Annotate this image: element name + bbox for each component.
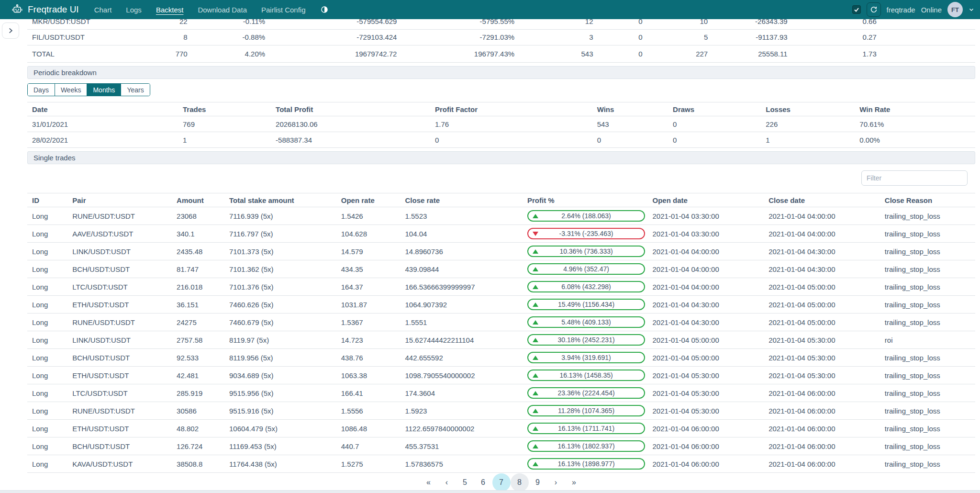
periodic-table-body: 31/01/202176920268130.061.76543022670.61… xyxy=(27,116,975,148)
trade-direction: Long xyxy=(27,367,67,384)
period-tabs: DaysWeeksMonthsYears xyxy=(27,83,150,96)
cell-value: 769 xyxy=(178,116,271,132)
trade-row[interactable]: LongBCH/USDT:USDT92.5338119.956 (5x)438.… xyxy=(27,349,975,367)
trade-open-rate: 104.628 xyxy=(336,225,401,243)
period-tab-weeks[interactable]: Weeks xyxy=(55,84,88,96)
trade-row[interactable]: LongRUNE/USDT:USDT230687116.939 (5x)1.54… xyxy=(27,207,975,225)
cell-value: 5 xyxy=(647,29,713,45)
trade-open-date: 2021-01-04 06:00:00 xyxy=(648,455,764,473)
trade-amount: 340.1 xyxy=(172,225,224,243)
theme-toggle-icon[interactable] xyxy=(320,5,329,14)
profit-value: 23.36% (2224.454) xyxy=(557,389,614,397)
profit-badge: 16.13% (1802.937) xyxy=(527,440,645,452)
cell-value: 1 xyxy=(761,132,855,148)
cell-value: 227 xyxy=(647,45,713,62)
trade-open-date: 2021-01-04 04:30:00 xyxy=(648,314,764,331)
trade-close-rate: 1122.6597840000002 xyxy=(400,420,523,437)
pagination-next[interactable]: › xyxy=(547,473,565,492)
trades-table-body: LongRUNE/USDT:USDT230687116.939 (5x)1.54… xyxy=(27,207,975,473)
pagination-page-6[interactable]: 6 xyxy=(474,473,492,492)
trade-close-date: 2021-01-04 04:30:00 xyxy=(764,243,880,260)
profit-badge: 10.36% (736.333) xyxy=(527,246,645,257)
periodic-breakdown-header: Periodic breakdown xyxy=(27,66,975,79)
pairlist-row[interactable]: FIL/USDT:USDT8-0.88%-729103.424-7291.03%… xyxy=(27,29,975,45)
pagination-page-7[interactable]: 7 xyxy=(492,473,511,492)
pagination-last[interactable]: » xyxy=(565,473,583,492)
periodic-row[interactable]: 31/01/202176920268130.061.76543022670.61… xyxy=(27,116,975,132)
trade-row[interactable]: LongETH/USDT:USDT36.1517460.626 (5x)1031… xyxy=(27,296,975,314)
trade-close-reason: trailing_stop_loss xyxy=(880,437,975,455)
bot-status: Online xyxy=(921,6,942,14)
trade-direction: Long xyxy=(27,384,67,402)
trade-amount: 30586 xyxy=(172,402,224,420)
cell-value: 25558.11 xyxy=(713,45,792,62)
trade-direction: Long xyxy=(27,420,67,437)
cell-value: -5795.55% xyxy=(401,19,519,29)
nav-item-pairlist-config[interactable]: Pairlist Config xyxy=(261,6,306,14)
profit-value: 10.36% (736.333) xyxy=(559,247,612,255)
profit-up-icon xyxy=(533,285,538,289)
trade-row[interactable]: LongBCH/USDT:USDT81.7477101.362 (5x)434.… xyxy=(27,260,975,278)
pagination-prev[interactable]: ‹ xyxy=(438,473,456,492)
trade-close-rate: 1.5523 xyxy=(400,207,523,225)
trade-row[interactable]: LongLINK/USDT:USDT2435.487101.373 (5x)14… xyxy=(27,243,975,260)
nav-item-logs[interactable]: Logs xyxy=(126,6,142,14)
trade-row[interactable]: LongAAVE/USDT:USDT340.17116.797 (5x)104.… xyxy=(27,225,975,243)
cell-value: 1 xyxy=(178,132,271,148)
trade-row[interactable]: LongETH/USDT:USDT48.80210604.479 (5x)108… xyxy=(27,420,975,437)
trade-row[interactable]: LongKAVA/USDT:USDT38508.811764.438 (5x)1… xyxy=(27,455,975,473)
period-tab-months[interactable]: Months xyxy=(87,84,121,96)
trade-row[interactable]: LongLINK/USDT:USDT2757.588119.97 (5x)14.… xyxy=(27,331,975,349)
pagination-first[interactable]: « xyxy=(420,473,438,492)
period-tab-years[interactable]: Years xyxy=(121,84,149,96)
cell-value: -588387.34 xyxy=(271,132,430,148)
trade-open-date: 2021-01-04 03:30:00 xyxy=(648,225,764,243)
pagination-page-8[interactable]: 8 xyxy=(511,473,529,492)
trade-amount: 126.724 xyxy=(172,437,224,455)
periodic-row[interactable]: 28/02/20211-588387.3400010.00% xyxy=(27,132,975,148)
trade-profit-cell: 10.36% (736.333) xyxy=(523,243,647,260)
trade-amount: 216.018 xyxy=(172,278,224,296)
pagination-page-5[interactable]: 5 xyxy=(456,473,474,492)
trade-open-rate: 1063.38 xyxy=(336,367,401,384)
pairlist-row[interactable]: TOTAL7704.20%19679742.72196797.43%543022… xyxy=(27,45,975,62)
trades-col-close-reason: Close Reason xyxy=(880,193,975,207)
period-tab-days[interactable]: Days xyxy=(28,84,55,96)
avatar[interactable]: FT xyxy=(947,2,963,17)
nav-item-backtest[interactable]: Backtest xyxy=(156,6,184,14)
trade-row[interactable]: LongETH/USDT:USDT42.4819034.689 (5x)1063… xyxy=(27,367,975,384)
trade-pair: AAVE/USDT:USDT xyxy=(67,225,172,243)
trade-close-rate: 166.53666399999997 xyxy=(400,278,523,296)
trade-stake: 7116.797 (5x) xyxy=(224,225,336,243)
trade-open-date: 2021-01-04 04:00:00 xyxy=(648,243,764,260)
single-trades-header: Single trades xyxy=(27,151,975,164)
profit-up-icon xyxy=(533,267,538,271)
trade-close-date: 2021-01-04 05:00:00 xyxy=(764,296,880,314)
cell-value: 3 xyxy=(519,29,598,45)
filter-input[interactable] xyxy=(861,170,968,186)
trade-close-date: 2021-01-04 06:00:00 xyxy=(764,420,880,437)
trades-col-profit: Profit % xyxy=(523,193,647,207)
nav-item-download-data[interactable]: Download Data xyxy=(198,6,247,14)
autorefresh-checkbox[interactable] xyxy=(852,5,861,14)
trade-pair: ETH/USDT:USDT xyxy=(67,296,172,314)
trade-direction: Long xyxy=(27,349,67,367)
trade-profit-cell: 16.13% (1711.741) xyxy=(523,420,647,437)
chevron-down-icon[interactable] xyxy=(969,7,974,12)
trade-row[interactable]: LongBCH/USDT:USDT126.72411169.453 (5x)44… xyxy=(27,437,975,455)
trade-direction: Long xyxy=(27,296,67,314)
trade-row[interactable]: LongRUNE/USDT:USDT242757460.679 (5x)1.53… xyxy=(27,314,975,331)
pagination-page-9[interactable]: 9 xyxy=(529,473,547,492)
trade-row[interactable]: LongLTC/USDT:USDT216.0187101.376 (5x)164… xyxy=(27,278,975,296)
trade-amount: 48.802 xyxy=(172,420,224,437)
trade-stake: 7460.626 (5x) xyxy=(224,296,336,314)
trade-close-rate: 104.04 xyxy=(400,225,523,243)
refresh-button[interactable] xyxy=(867,2,881,17)
sidebar-expand-button[interactable] xyxy=(2,22,19,39)
trade-row[interactable]: LongLTC/USDT:USDT285.9199515.956 (5x)166… xyxy=(27,384,975,402)
profit-value: 4.96% (352.47) xyxy=(563,265,609,273)
cell-value: -0.88% xyxy=(192,29,270,45)
nav-item-chart[interactable]: Chart xyxy=(94,6,112,14)
trade-row[interactable]: LongRUNE/USDT:USDT305869515.916 (5x)1.55… xyxy=(27,402,975,420)
pairlist-row[interactable]: MKR/USDT:USDT22-0.11%-579554.629-5795.55… xyxy=(27,19,975,29)
